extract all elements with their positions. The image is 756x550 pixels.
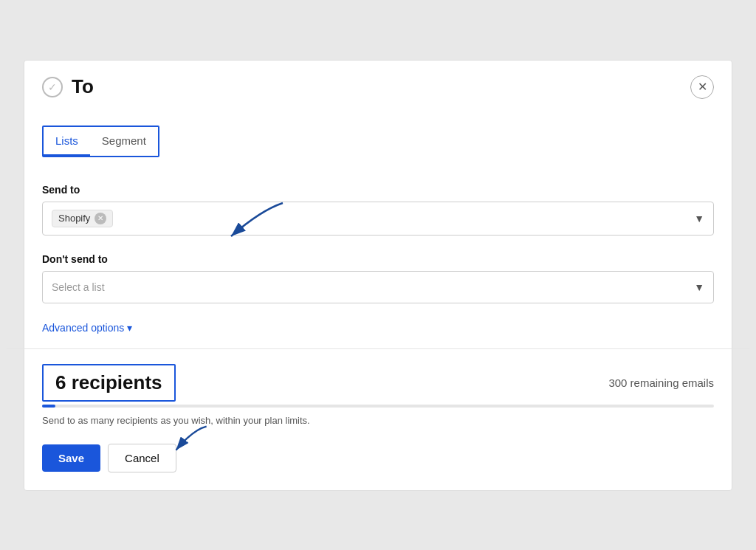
tab-group: Lists Segment [42,126,159,157]
recipients-count: 6 recipients [42,364,176,402]
dont-send-to-select[interactable]: Select a list ▼ [42,271,714,303]
modal-container: ✓ To ✕ Lists Segment Send to Shopify ✕ [24,60,732,491]
send-to-tags: Shopify ✕ [52,210,113,227]
advanced-options-label: Advanced options [42,322,124,334]
modal-footer: 6 recipients 300 remaining emails Send t… [24,349,732,490]
recipients-row: 6 recipients 300 remaining emails [42,364,714,402]
progress-bar [42,405,55,408]
shopify-tag-label: Shopify [58,213,90,224]
send-to-chevron: ▼ [694,213,704,224]
advanced-options-chevron: ▾ [127,322,132,334]
shopify-tag: Shopify ✕ [52,210,113,227]
advanced-options-link[interactable]: Advanced options ▾ [42,322,132,334]
footer-buttons: Save Cancel [42,444,714,472]
modal-header: ✓ To ✕ [24,61,732,111]
recipients-note: Send to as many recipients as you wish, … [42,415,714,426]
tab-lists[interactable]: Lists [44,127,90,157]
cancel-button[interactable]: Cancel [108,444,176,472]
tab-segment[interactable]: Segment [90,127,158,157]
dont-send-to-placeholder: Select a list [52,281,105,293]
send-to-select[interactable]: Shopify ✕ ▼ [42,202,714,236]
close-button[interactable]: ✕ [690,75,714,99]
dont-send-to-chevron: ▼ [694,281,704,293]
shopify-tag-remove[interactable]: ✕ [94,213,106,224]
close-icon: ✕ [698,80,707,94]
tabs-wrapper: Lists Segment [24,111,732,166]
dont-send-to-group: Don't send to Select a list ▼ [42,253,714,303]
tag-remove-icon: ✕ [97,215,103,222]
dont-send-to-label: Don't send to [42,253,714,265]
progress-bar-container [42,405,714,408]
send-to-label: Send to [42,184,714,196]
send-to-group: Send to Shopify ✕ ▼ [42,184,714,236]
modal-header-left: ✓ To [42,75,94,98]
check-icon: ✓ [42,77,63,97]
modal-body: Send to Shopify ✕ ▼ Don't send to Select… [24,166,732,348]
modal-title: To [72,75,94,98]
save-button[interactable]: Save [42,444,100,472]
remaining-emails: 300 remaining emails [608,377,714,389]
